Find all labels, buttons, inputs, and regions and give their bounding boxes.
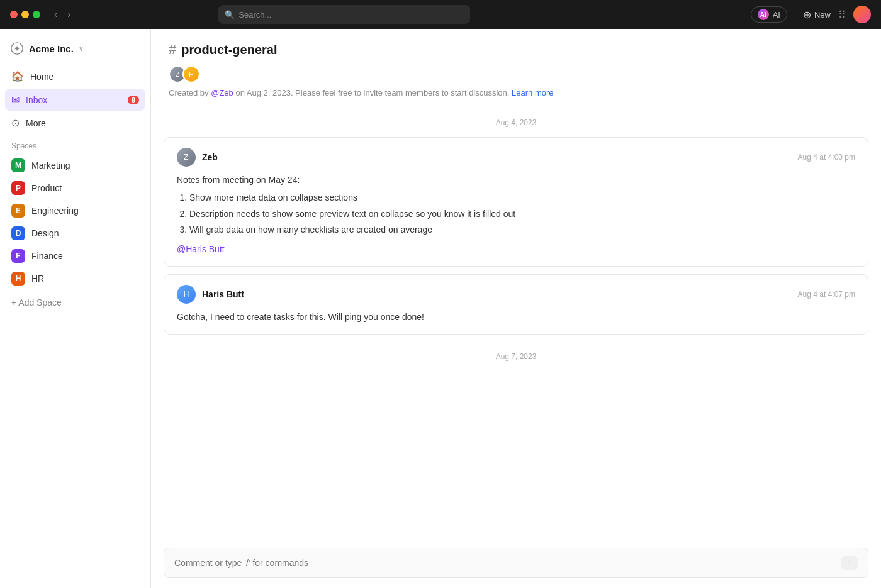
haris-avatar: H — [177, 285, 196, 304]
chevron-down-icon: ∨ — [79, 45, 84, 53]
spaces-header: Spaces — [0, 134, 150, 154]
sidebar-item-home[interactable]: 🏠 Home — [5, 65, 145, 87]
channel-description: Created by @Zeb on Aug 2, 2023. Please f… — [169, 88, 863, 97]
main-layout: Acme Inc. ∨ 🏠 Home ✉ Inbox 9 ⊙ More Spac… — [0, 29, 881, 588]
ai-icon: AI — [758, 9, 769, 20]
marketing-badge: M — [11, 158, 25, 172]
brand-name: Acme Inc. — [29, 43, 74, 54]
divider-line — [544, 123, 863, 123]
minimize-traffic-light[interactable] — [21, 11, 29, 18]
topbar-right: AI AI ⊕ New ⠿ — [751, 6, 871, 23]
brand-icon — [10, 42, 24, 55]
search-icon: 🔍 — [225, 10, 235, 19]
add-space-label: + Add Space — [11, 297, 62, 308]
date-label-aug4: Aug 4, 2023 — [496, 118, 537, 127]
desc-mention[interactable]: @Zeb — [211, 88, 233, 97]
sidebar-item-engineering[interactable]: E Engineering — [5, 199, 145, 222]
message-author-haris: H Haris Butt — [177, 285, 244, 304]
comment-actions: ↑ — [841, 556, 858, 570]
sidebar-nav: 🏠 Home ✉ Inbox 9 ⊙ More — [0, 65, 150, 134]
date-label-aug7: Aug 7, 2023 — [496, 352, 537, 361]
sidebar-item-more-label: More — [26, 118, 46, 128]
sidebar-item-marketing[interactable]: M Marketing — [5, 154, 145, 177]
sidebar-item-more[interactable]: ⊙ More — [5, 112, 145, 134]
product-label: Product — [31, 183, 62, 193]
desc-prefix: Created by — [169, 88, 211, 97]
sidebar: Acme Inc. ∨ 🏠 Home ✉ Inbox 9 ⊙ More Spac… — [0, 29, 151, 588]
product-badge: P — [11, 181, 25, 195]
zeb-author-name: Zeb — [202, 152, 218, 162]
zeb-body-list: Show more meta data on collapse sections… — [177, 191, 855, 236]
divider-line — [544, 357, 863, 357]
forward-button[interactable]: › — [64, 8, 74, 21]
divider — [795, 8, 795, 21]
sidebar-item-finance[interactable]: F Finance — [5, 245, 145, 267]
divider-line — [169, 357, 488, 357]
hr-badge: H — [11, 272, 25, 286]
close-traffic-light[interactable] — [10, 11, 18, 18]
messages-area[interactable]: Aug 4, 2023 Z Zeb Aug 4 at 4:00 pm Notes… — [151, 108, 881, 538]
finance-label: Finance — [31, 251, 63, 261]
content-area: # product-general Z H Created by @Zeb on… — [151, 29, 881, 588]
sidebar-item-design[interactable]: D Design — [5, 222, 145, 245]
date-divider-aug4: Aug 4, 2023 — [151, 108, 881, 137]
sidebar-item-inbox-label: Inbox — [26, 95, 47, 105]
traffic-lights — [10, 11, 40, 18]
brand-area[interactable]: Acme Inc. ∨ — [0, 36, 150, 65]
back-button[interactable]: ‹ — [50, 8, 61, 21]
zeb-message-time: Aug 4 at 4:00 pm — [798, 153, 855, 162]
haris-message-body: Gotcha, I need to create tasks for this.… — [177, 310, 855, 324]
desc-middle: on Aug 2, 2023. Please feel free to invi… — [233, 88, 512, 97]
engineering-badge: E — [11, 204, 25, 218]
search-placeholder: Search... — [238, 10, 271, 19]
search-bar[interactable]: 🔍 Search... — [218, 5, 470, 24]
design-badge: D — [11, 226, 25, 240]
channel-header: # product-general Z H Created by @Zeb on… — [151, 29, 881, 108]
comment-input[interactable] — [174, 558, 841, 568]
comment-box: ↑ — [164, 548, 868, 578]
zeb-message-body: Notes from meeting on May 24: Show more … — [177, 173, 855, 256]
zeb-body-intro: Notes from meeting on May 24: — [177, 173, 855, 187]
sidebar-item-home-label: Home — [30, 72, 53, 82]
member-avatar-haris: H — [182, 65, 200, 83]
user-avatar[interactable] — [853, 6, 871, 23]
comment-submit-button[interactable]: ↑ — [841, 556, 858, 570]
hash-icon: # — [169, 42, 176, 58]
plus-icon: ⊕ — [803, 9, 811, 21]
list-item: Show more meta data on collapse sections — [189, 191, 855, 204]
fullscreen-traffic-light[interactable] — [33, 11, 40, 18]
sidebar-item-hr[interactable]: H HR — [5, 267, 145, 290]
list-item: Description needs to show some preview t… — [189, 207, 855, 221]
message-zeb: Z Zeb Aug 4 at 4:00 pm Notes from meetin… — [164, 137, 868, 267]
message-header-zeb: Z Zeb Aug 4 at 4:00 pm — [177, 148, 855, 167]
nav-buttons: ‹ › — [50, 8, 75, 21]
grid-icon[interactable]: ⠿ — [838, 9, 846, 21]
design-label: Design — [31, 228, 59, 238]
engineering-label: Engineering — [31, 206, 79, 216]
finance-badge: F — [11, 249, 25, 263]
marketing-label: Marketing — [31, 160, 70, 170]
new-label: New — [814, 10, 831, 19]
zeb-avatar: Z — [177, 148, 196, 167]
new-button[interactable]: ⊕ New — [803, 9, 831, 21]
channel-avatars: Z H — [169, 65, 863, 83]
haris-author-name: Haris Butt — [202, 289, 244, 299]
message-header-haris: H Haris Butt Aug 4 at 4:07 pm — [177, 285, 855, 304]
ai-label: AI — [773, 10, 780, 19]
sidebar-item-product[interactable]: P Product — [5, 177, 145, 199]
channel-title-row: # product-general — [169, 42, 863, 58]
learn-more-link[interactable]: Learn more — [512, 88, 553, 97]
date-divider-aug7: Aug 7, 2023 — [151, 342, 881, 371]
list-item: Will grab data on how many checklists ar… — [189, 223, 855, 236]
zeb-mention[interactable]: @Haris Butt — [177, 242, 855, 256]
add-space-button[interactable]: + Add Space — [0, 292, 150, 313]
sidebar-item-inbox[interactable]: ✉ Inbox 9 — [5, 89, 145, 111]
more-icon: ⊙ — [11, 117, 20, 129]
message-author-zeb: Z Zeb — [177, 148, 218, 167]
inbox-icon: ✉ — [11, 94, 20, 106]
ai-button[interactable]: AI AI — [751, 6, 787, 23]
haris-body-text: Gotcha, I need to create tasks for this.… — [177, 310, 855, 324]
haris-message-time: Aug 4 at 4:07 pm — [798, 290, 855, 299]
home-icon: 🏠 — [11, 70, 24, 82]
divider-line — [169, 123, 488, 123]
